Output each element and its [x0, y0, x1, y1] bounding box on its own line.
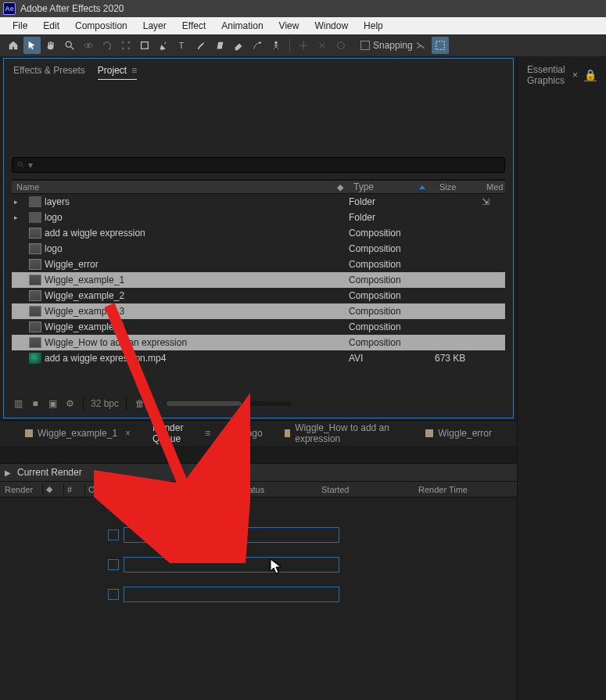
- orbit-tool[interactable]: [80, 37, 97, 54]
- menu-animation[interactable]: Animation: [213, 19, 271, 33]
- item-type: Composition: [349, 275, 435, 285]
- project-row[interactable]: ▸logoFolder: [12, 210, 505, 225]
- project-row[interactable]: logoComposition: [12, 241, 505, 257]
- shape-tool[interactable]: [136, 37, 153, 54]
- item-name: Wiggle_example_3: [45, 306, 332, 317]
- menu-edit[interactable]: Edit: [35, 19, 67, 33]
- puppet-tool[interactable]: [267, 37, 285, 54]
- menu-help[interactable]: Help: [356, 19, 391, 33]
- item-type: Composition: [349, 290, 435, 301]
- tab-menu-icon[interactable]: ≡: [205, 428, 210, 439]
- close-icon[interactable]: ×: [125, 428, 131, 439]
- disclosure-icon[interactable]: ▸: [12, 198, 20, 206]
- project-panel: Effects & Presets Project≡ ▾ Name ◆ Type…: [3, 58, 514, 418]
- comp-icon: [29, 290, 41, 301]
- project-row[interactable]: Wiggle_example_2Composition: [12, 288, 505, 303]
- new-comp-button[interactable]: ▣: [46, 397, 59, 410]
- rqcol-render[interactable]: Render: [5, 485, 39, 494]
- comp-tab[interactable]: Wiggle_error: [414, 421, 503, 446]
- drop-target-row[interactable]: [108, 557, 339, 573]
- col-label[interactable]: ◆: [332, 182, 349, 192]
- rqcol-comp[interactable]: Comp Name: [88, 485, 237, 494]
- render-queue-body[interactable]: [0, 497, 517, 700]
- comp-tab[interactable]: Render Queue≡: [142, 421, 221, 446]
- menu-effect[interactable]: Effect: [174, 19, 213, 33]
- world-axis-tool[interactable]: [314, 37, 331, 54]
- drop-target-row[interactable]: [108, 527, 339, 543]
- anchor-tool[interactable]: [117, 37, 134, 54]
- rotate-tool[interactable]: [99, 37, 116, 54]
- lock-icon[interactable]: 🔒: [584, 69, 597, 81]
- project-row[interactable]: Wiggle_errorComposition: [12, 257, 505, 272]
- rqcol-num[interactable]: #: [67, 485, 81, 494]
- item-type: Composition: [349, 259, 435, 270]
- menu-window[interactable]: Window: [307, 19, 356, 33]
- hand-tool[interactable]: [42, 37, 59, 54]
- close-icon[interactable]: ×: [572, 70, 578, 81]
- project-row[interactable]: ▸layersFolder⇲: [12, 194, 505, 210]
- project-row[interactable]: add a wiggle expression.mp4AVI673 KB: [12, 350, 505, 366]
- col-name[interactable]: Name: [12, 182, 332, 192]
- drop-slot[interactable]: [124, 527, 339, 543]
- drop-slot[interactable]: [124, 557, 339, 573]
- item-type: Composition: [349, 228, 435, 239]
- col-media[interactable]: Med: [482, 182, 505, 192]
- project-rows[interactable]: ▸layersFolder⇲▸logoFolderadd a wiggle ex…: [12, 194, 505, 391]
- tab-project[interactable]: Project≡: [98, 65, 137, 80]
- text-tool[interactable]: T: [174, 37, 191, 54]
- project-row[interactable]: add a wiggle expressionComposition: [12, 225, 505, 241]
- local-axis-tool[interactable]: [295, 37, 312, 54]
- comp-icon: [425, 429, 433, 437]
- current-render-label: Current Render: [17, 467, 82, 478]
- rqcol-status[interactable]: Status: [240, 485, 318, 494]
- drop-checkbox[interactable]: [108, 529, 119, 540]
- comp-tab-label: Wiggle_How to add an expression: [295, 422, 403, 444]
- menu-layer[interactable]: Layer: [135, 19, 174, 33]
- project-search[interactable]: ▾: [12, 157, 505, 173]
- comp-tab[interactable]: logo: [221, 421, 274, 446]
- col-type[interactable]: Type: [349, 181, 435, 192]
- drop-checkbox[interactable]: [108, 559, 119, 570]
- disclosure-icon[interactable]: ▸: [12, 214, 20, 221]
- delete-button[interactable]: 🗑: [134, 397, 146, 410]
- item-name: layers: [45, 196, 332, 207]
- clone-tool[interactable]: [211, 37, 228, 54]
- current-render-row[interactable]: ▶ Current Render: [0, 463, 517, 482]
- project-settings-button[interactable]: ⚙: [63, 397, 76, 410]
- view-axis-tool[interactable]: [332, 37, 350, 54]
- menu-view[interactable]: View: [271, 19, 307, 33]
- roto-tool[interactable]: [249, 37, 266, 54]
- project-row[interactable]: Wiggle_example_1Composition: [12, 272, 505, 288]
- snap-edges-tool[interactable]: [432, 37, 449, 54]
- essential-graphics-tab[interactable]: Essential Graphics: [527, 64, 572, 86]
- comp-tab[interactable]: Wiggle_How to add an expression: [274, 421, 415, 446]
- pen-tool[interactable]: [155, 37, 172, 54]
- drop-target-row[interactable]: [108, 587, 339, 602]
- project-row[interactable]: Wiggle_example_3Composition: [12, 303, 505, 319]
- new-folder-button[interactable]: ■: [29, 397, 41, 410]
- home-tool[interactable]: [5, 37, 22, 54]
- selection-tool[interactable]: [23, 37, 41, 54]
- brush-tool[interactable]: [192, 37, 210, 54]
- project-row[interactable]: Wiggle_How to add an expressionCompositi…: [12, 335, 505, 350]
- interpret-footage-button[interactable]: ▥: [12, 397, 24, 410]
- tab-effects-presets[interactable]: Effects & Presets: [13, 65, 85, 80]
- menu-composition[interactable]: Composition: [67, 19, 135, 33]
- snapping-toggle[interactable]: Snapping ⋋: [360, 40, 425, 51]
- comp-tab[interactable]: Wiggle_example_1×: [14, 421, 142, 446]
- menu-file[interactable]: File: [5, 19, 35, 33]
- bpc-label[interactable]: 32 bpc: [91, 398, 119, 409]
- project-hscrollbar[interactable]: [167, 401, 292, 406]
- zoom-tool[interactable]: [61, 37, 78, 54]
- comp-icon: [29, 259, 41, 270]
- rqcol-tag[interactable]: ◆: [46, 484, 60, 494]
- col-size[interactable]: Size: [435, 182, 482, 192]
- drop-checkbox[interactable]: [108, 589, 119, 600]
- project-row[interactable]: Wiggle_example_4Composition: [12, 319, 505, 335]
- drop-slot[interactable]: [124, 587, 339, 602]
- rqcol-rtime[interactable]: Render Time: [418, 485, 512, 494]
- rqcol-started[interactable]: Started: [321, 485, 415, 494]
- eraser-tool[interactable]: [230, 37, 247, 54]
- comp-tab-label: Render Queue: [152, 422, 197, 444]
- svg-point-3: [87, 44, 90, 47]
